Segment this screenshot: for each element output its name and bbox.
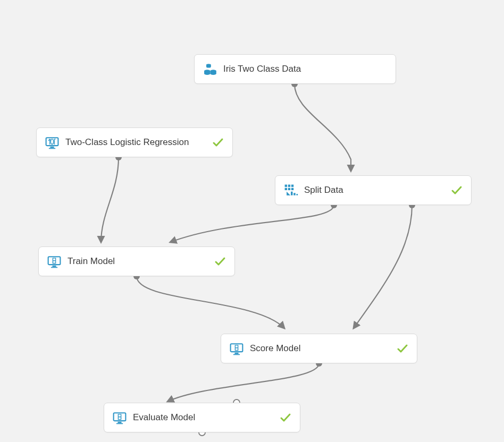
svg-rect-16 <box>288 188 290 190</box>
node-label: Score Model <box>250 343 390 354</box>
node-label: Two-Class Logistic Regression <box>65 137 206 148</box>
status-check-icon <box>213 254 227 268</box>
ml-module-icon <box>46 253 62 269</box>
svg-rect-28 <box>118 422 122 423</box>
svg-point-8 <box>210 72 216 75</box>
svg-rect-13 <box>288 185 290 187</box>
svg-point-2 <box>206 66 211 68</box>
node-split[interactable]: Split Data <box>275 175 472 205</box>
svg-rect-15 <box>285 188 287 190</box>
svg-rect-20 <box>297 194 298 196</box>
node-label: Split Data <box>304 185 444 196</box>
svg-rect-29 <box>116 423 123 424</box>
dataset-icon <box>202 61 218 77</box>
status-check-icon <box>396 342 409 355</box>
ml-module-icon <box>112 410 128 426</box>
svg-rect-23 <box>51 267 57 268</box>
svg-rect-10 <box>51 147 54 148</box>
edge-split-to-score <box>354 205 412 328</box>
status-check-icon <box>279 411 292 424</box>
node-evaluate[interactable]: Evaluate Model <box>104 403 300 432</box>
edge-dataset-to-split <box>295 84 351 171</box>
ml-module-icon <box>229 341 245 356</box>
node-label: Evaluate Model <box>133 412 273 423</box>
node-score[interactable]: Score Model <box>221 334 417 363</box>
svg-rect-22 <box>53 266 56 267</box>
node-label: Train Model <box>68 256 208 267</box>
status-check-icon <box>450 183 464 197</box>
svg-rect-25 <box>235 353 239 354</box>
svg-rect-12 <box>285 185 287 187</box>
split-icon <box>283 182 299 198</box>
svg-point-5 <box>204 72 210 75</box>
svg-rect-18 <box>291 192 293 196</box>
edge-score-to-evaluate <box>167 363 319 402</box>
svg-rect-17 <box>291 188 293 190</box>
edge-split-to-train <box>170 205 334 242</box>
svg-rect-26 <box>233 354 240 355</box>
node-train[interactable]: Train Model <box>38 246 235 276</box>
status-check-icon <box>211 135 225 149</box>
pipeline-canvas[interactable]: Iris Two Class Data Two-Class Logistic R… <box>0 0 504 442</box>
edge-algorithm-to-train <box>101 157 119 242</box>
node-algorithm[interactable]: Two-Class Logistic Regression <box>36 128 233 157</box>
ml-module-icon <box>44 134 60 150</box>
node-dataset[interactable]: Iris Two Class Data <box>194 54 396 84</box>
svg-rect-11 <box>49 148 55 149</box>
svg-rect-19 <box>293 193 296 195</box>
edge-train-to-score <box>137 276 284 328</box>
node-label: Iris Two Class Data <box>223 64 388 74</box>
svg-rect-14 <box>291 185 293 187</box>
